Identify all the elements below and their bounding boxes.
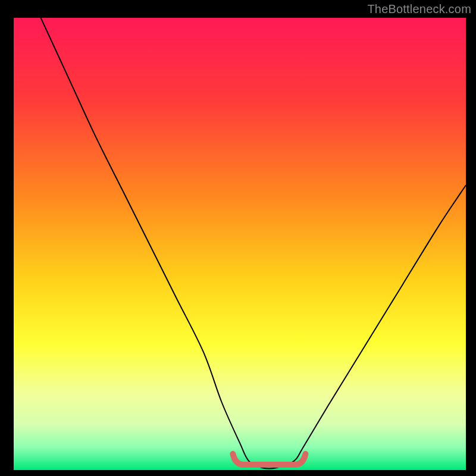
gradient-background <box>14 18 466 470</box>
plot-area <box>14 18 466 470</box>
chart-container: TheBottleneck.com <box>0 0 476 476</box>
chart-svg <box>14 18 466 470</box>
watermark-label: TheBottleneck.com <box>367 2 471 16</box>
